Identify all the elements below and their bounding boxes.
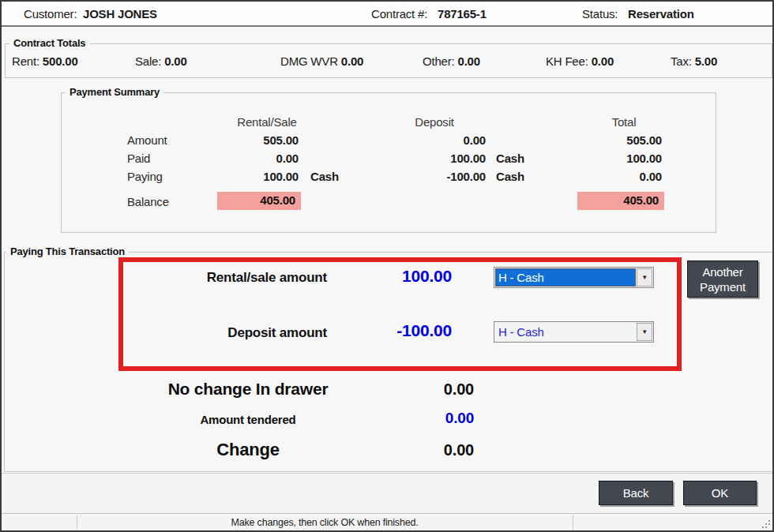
paid-deposit-method: Cash (496, 152, 524, 165)
amount-tendered-field[interactable]: 0.00 (363, 410, 474, 427)
another-payment-line1: Another (702, 264, 742, 279)
tax-total: Tax:5.00 (671, 54, 717, 68)
balance-total: 405.00 (577, 192, 664, 210)
sale-total: Sale:0.00 (135, 54, 187, 68)
paid-deposit: 100.00 (391, 152, 486, 165)
change-value: 0.00 (363, 441, 474, 459)
amount-rental: 505.00 (204, 133, 299, 147)
paying-rental-method: Cash (310, 170, 339, 183)
contract-totals-groupbox: Contract Totals Rent:500.00 Sale:0.00 DM… (5, 43, 772, 78)
paid-total: 100.00 (567, 152, 662, 165)
paying-transaction-title: Paying This Transaction (6, 245, 129, 257)
row-label-paying: Paying (127, 170, 163, 183)
back-button[interactable]: Back (599, 481, 673, 505)
header-bar: Customer: JOSH JONES Contract #: 787165-… (2, 2, 772, 27)
paying-deposit-method: Cash (496, 170, 524, 183)
row-label-amount: Amount (127, 133, 167, 147)
deposit-amount-label: Deposit amount (120, 325, 327, 341)
rental-amount-label: Rental/sale amount (120, 270, 327, 286)
customer-label: Customer: (24, 7, 77, 21)
row-label-balance: Balance (127, 195, 169, 208)
balance-rental: 405.00 (217, 192, 301, 210)
another-payment-line2: Payment (700, 279, 746, 294)
contract-totals-title: Contract Totals (9, 37, 89, 49)
payment-window: Customer: JOSH JONES Contract #: 787165-… (0, 0, 774, 532)
no-change-in-drawer-value: 0.00 (363, 380, 474, 399)
row-label-paid: Paid (127, 152, 150, 165)
col-header-total: Total (561, 115, 687, 129)
paying-rental: 100.00 (204, 170, 299, 183)
resize-grip-icon[interactable] (768, 526, 770, 528)
customer-name: JOSH JONES (83, 7, 157, 21)
col-header-rental-sale: Rental/Sale (204, 115, 330, 129)
paying-deposit: -100.00 (391, 170, 486, 183)
another-payment-button[interactable]: Another Payment (687, 260, 758, 298)
contract-label: Contract #: (371, 7, 427, 21)
deposit-payment-method-select[interactable]: H - Cash ▼ (494, 321, 654, 343)
deposit-payment-method-value: H - Cash (495, 323, 636, 341)
paid-rental: 0.00 (204, 152, 299, 165)
deposit-amount-field[interactable]: -100.00 (333, 321, 452, 340)
chevron-down-icon[interactable]: ▼ (637, 323, 652, 341)
ok-button[interactable]: OK (683, 481, 757, 505)
change-label: Change (130, 440, 366, 460)
rental-payment-method-select[interactable]: H - Cash ▼ (494, 267, 654, 288)
no-change-in-drawer-label: No change In drawer (130, 380, 366, 399)
status-message: Make changes, then click OK when finishe… (77, 517, 573, 528)
status-value: Reservation (628, 7, 694, 21)
payment-summary-groupbox: Payment Summary Rental/Sale Deposit Tota… (61, 92, 716, 233)
amount-deposit: 0.00 (391, 133, 486, 147)
status-bar-separator (573, 515, 573, 530)
col-header-deposit: Deposit (371, 115, 498, 129)
other-total: Other:0.00 (423, 54, 480, 68)
amount-total: 505.00 (567, 133, 662, 147)
paying-total: 0.00 (567, 170, 662, 183)
status-label: Status: (582, 7, 618, 21)
contract-number: 787165-1 (438, 7, 487, 21)
rent-total: Rent:500.00 (12, 54, 78, 68)
dmg-wvr-total: DMG WVR0.00 (280, 54, 363, 68)
payment-summary-title: Payment Summary (66, 86, 163, 98)
rental-payment-method-value: H - Cash (495, 268, 636, 287)
amount-tendered-label: Amount tendered (130, 413, 366, 426)
chevron-down-icon[interactable]: ▼ (637, 268, 652, 287)
rental-amount-field[interactable]: 100.00 (333, 267, 452, 286)
kh-fee-total: KH Fee:0.00 (546, 54, 614, 68)
status-bar: Make changes, then click OK when finishe… (2, 513, 772, 530)
